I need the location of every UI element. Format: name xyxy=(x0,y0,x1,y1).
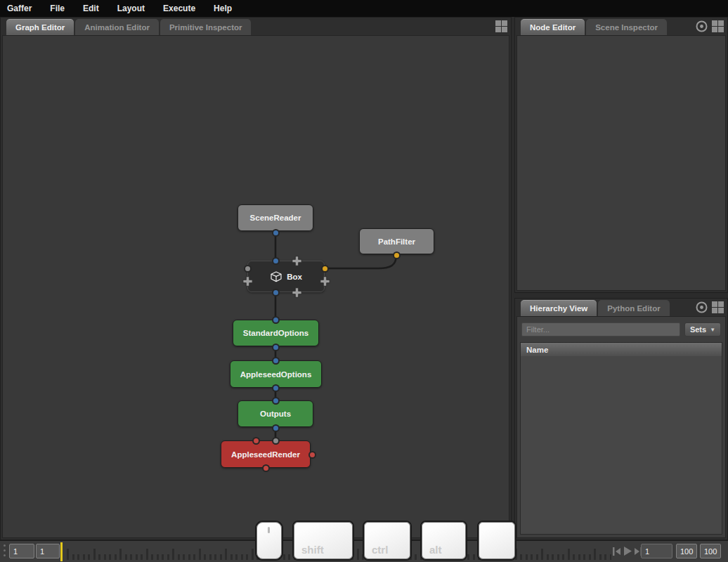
tab-label: Scene Inspector xyxy=(595,23,658,32)
sets-label: Sets xyxy=(690,325,706,334)
name-column-header[interactable]: Name xyxy=(520,342,722,357)
tab-primitive-inspector[interactable]: Primitive Inspector xyxy=(160,19,252,35)
tab-python-editor[interactable]: Python Editor xyxy=(598,300,669,316)
ruler-tick xyxy=(67,549,69,560)
blue-plug-dot[interactable] xyxy=(272,289,280,296)
play-button[interactable] xyxy=(623,546,632,558)
expand-plug-plus-icon[interactable] xyxy=(242,276,253,287)
node-box[interactable]: Box xyxy=(247,261,325,292)
ruler-tick xyxy=(573,554,575,560)
ruler-tick xyxy=(357,549,359,560)
tab-scene-inspector[interactable]: Scene Inspector xyxy=(586,19,667,35)
ruler-tick xyxy=(252,549,254,560)
tab-label: Hierarchy View xyxy=(530,304,587,313)
tabs: Node EditorScene Inspector xyxy=(521,18,668,35)
pin-target-icon[interactable] xyxy=(695,301,708,317)
playback-controls xyxy=(613,546,643,558)
ruler-tick xyxy=(541,549,543,560)
blue-plug-dot[interactable] xyxy=(272,397,280,405)
blue-plug-dot[interactable] xyxy=(272,424,280,432)
frame-field[interactable]: 1 xyxy=(36,544,60,558)
gray-plug-dot[interactable] xyxy=(244,265,252,273)
menu-item-layout[interactable]: Layout xyxy=(117,4,145,13)
node-outputs[interactable]: Outputs xyxy=(238,400,313,427)
blue-plug-dot[interactable] xyxy=(272,384,280,392)
ruler-tick xyxy=(473,554,475,560)
current-frame-field[interactable]: 1 xyxy=(9,544,34,558)
orange-plug-dot[interactable] xyxy=(321,265,329,273)
red-plug-dot[interactable] xyxy=(308,451,316,459)
ruler-tick xyxy=(552,554,554,560)
tab-label: Animation Editor xyxy=(84,23,150,32)
menu-item-help[interactable]: Help xyxy=(214,4,232,13)
expand-plug-plus-icon[interactable] xyxy=(320,276,330,287)
playback-start-field[interactable]: 1 xyxy=(641,544,672,558)
gray-plug-dot[interactable] xyxy=(272,437,280,445)
frame-range-end-field[interactable]: 100 xyxy=(700,544,721,558)
ruler-tick xyxy=(146,549,148,560)
sets-dropdown-button[interactable]: Sets ▼ xyxy=(684,322,721,336)
skip-to-start-button[interactable] xyxy=(613,546,621,558)
playback-end-field[interactable]: 100 xyxy=(676,544,697,558)
tab-graph-editor[interactable]: Graph Editor xyxy=(6,19,74,35)
node-label: Box xyxy=(287,273,302,281)
menu-item-gaffer[interactable]: Gaffer xyxy=(7,4,32,13)
menu-item-file[interactable]: File xyxy=(50,4,65,13)
node-label: AppleseedOptions xyxy=(240,370,312,379)
graph-editor-canvas[interactable]: SceneReaderPathFilterBoxStandardOptionsA… xyxy=(2,35,509,538)
graph-editor-tabbar: Graph EditorAnimation EditorPrimitive In… xyxy=(1,18,511,35)
cube-icon xyxy=(270,271,282,282)
ruler-tick xyxy=(172,549,174,560)
keyboard-key-blank xyxy=(477,521,516,561)
key-label: alt xyxy=(422,544,442,559)
ruler-tick xyxy=(583,554,585,560)
layout-grid-icon[interactable] xyxy=(495,20,508,36)
tab-animation-editor[interactable]: Animation Editor xyxy=(75,19,159,35)
expand-plug-plus-icon[interactable] xyxy=(292,256,302,266)
orange-plug-dot[interactable] xyxy=(393,251,401,259)
ruler-tick xyxy=(578,554,580,560)
ruler-tick xyxy=(594,549,596,560)
ruler-tick xyxy=(467,554,469,560)
mouse-indicator-key xyxy=(255,521,283,561)
ruler-tick xyxy=(415,554,417,560)
ruler-tick xyxy=(167,554,169,560)
layout-grid-icon[interactable] xyxy=(711,301,724,317)
keyboard-key-ctrl: ctrl xyxy=(363,521,412,561)
node-scenereader[interactable]: SceneReader xyxy=(238,204,313,231)
pin-target-icon[interactable] xyxy=(695,20,708,36)
ruler-tick xyxy=(604,554,606,560)
ruler-tick xyxy=(162,554,164,560)
blue-plug-dot[interactable] xyxy=(272,344,280,351)
ruler-tick xyxy=(283,554,285,560)
red-plug-dot[interactable] xyxy=(252,437,260,445)
drag-handle[interactable] xyxy=(4,544,6,556)
blue-plug-dot[interactable] xyxy=(272,316,280,324)
filter-input[interactable] xyxy=(521,322,680,336)
hierarchy-view-tabbar: Hierarchy ViewPython Editor xyxy=(515,299,727,316)
node-standardoptions[interactable]: StandardOptions xyxy=(233,320,319,346)
tab-node-editor[interactable]: Node Editor xyxy=(521,19,585,35)
ruler-tick xyxy=(520,554,522,560)
ruler-tick xyxy=(104,554,106,560)
blue-plug-dot[interactable] xyxy=(272,357,280,365)
blue-plug-dot[interactable] xyxy=(272,229,280,237)
ruler-tick xyxy=(193,554,195,560)
node-pathfilter[interactable]: PathFilter xyxy=(359,228,434,254)
red-plug-dot[interactable] xyxy=(262,464,270,472)
hierarchy-list[interactable] xyxy=(520,356,722,535)
tab-label: Python Editor xyxy=(607,304,660,313)
playhead-marker[interactable] xyxy=(60,542,63,561)
tabs: Hierarchy ViewPython Editor xyxy=(521,299,671,316)
tab-hierarchy-view[interactable]: Hierarchy View xyxy=(521,300,597,316)
ruler-tick xyxy=(610,554,612,560)
ruler-tick xyxy=(93,549,96,560)
layout-grid-icon[interactable] xyxy=(711,20,724,36)
ruler-tick xyxy=(220,554,222,560)
expand-plug-plus-icon[interactable] xyxy=(292,287,302,298)
menu-item-edit[interactable]: Edit xyxy=(83,4,99,13)
connection-edge[interactable] xyxy=(327,255,396,268)
blue-plug-dot[interactable] xyxy=(272,257,280,265)
mouse-wheel-icon xyxy=(268,527,270,533)
menu-item-execute[interactable]: Execute xyxy=(163,4,195,13)
